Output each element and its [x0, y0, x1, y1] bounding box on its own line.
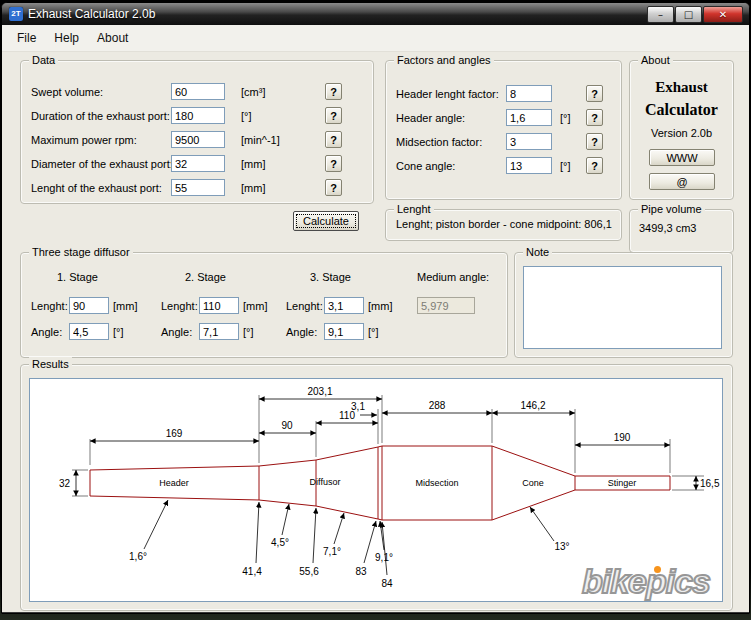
help-button[interactable]: ?	[325, 155, 342, 172]
window-controls: – □ ✕	[647, 6, 743, 23]
unit-label: [mm]	[368, 300, 392, 312]
length-label: Lenght:	[161, 300, 198, 312]
window-title: Exhaust Calculator 2.0b	[28, 7, 647, 21]
data-row: Swept volume: [cm³] ?	[29, 83, 365, 103]
section-label-cone: Cone	[522, 478, 544, 488]
swept-volume-input[interactable]	[171, 83, 225, 100]
results-canvas: 203,1 3,1 288 146,2 110 90 169 190 32 16…	[29, 378, 723, 602]
leader-84	[382, 522, 387, 575]
length-group-title: Lenght	[394, 202, 434, 216]
factor-row: Header lenght factor: ?	[394, 85, 613, 105]
dim-text-190: 190	[614, 432, 631, 443]
unit-label: [°]	[241, 110, 252, 122]
diffusor-group: Three stage diffusor 1. Stage 2. Stage 3…	[20, 252, 508, 358]
email-button[interactable]: @	[649, 173, 715, 190]
stage2-angle-input[interactable]	[199, 323, 239, 340]
exhaust-port-length-input[interactable]	[171, 179, 225, 196]
help-button[interactable]: ?	[586, 109, 603, 126]
data-row: Lenght of the exhaust port: [mm] ?	[29, 179, 365, 199]
header-length-factor-input[interactable]	[506, 85, 552, 102]
menu-help[interactable]: Help	[45, 28, 88, 48]
help-button[interactable]: ?	[586, 85, 603, 102]
results-group-title: Results	[29, 357, 72, 371]
dim-text-165: 16,5	[700, 478, 720, 489]
field-label: Header angle:	[396, 112, 465, 124]
stage3-header: 3. Stage	[310, 271, 351, 283]
angle-text-s1: 4,5°	[271, 537, 289, 548]
unit-label: [mm]	[113, 300, 137, 312]
titlebar[interactable]: 2T Exhaust Calculator 2.0b – □ ✕	[2, 3, 749, 25]
menu-file[interactable]: File	[8, 28, 45, 48]
leader-angle-header	[144, 500, 168, 549]
factor-row: Header angle: [°] ?	[394, 109, 613, 129]
stage2-length-input[interactable]	[199, 297, 239, 314]
header-angle-input[interactable]	[506, 109, 552, 126]
field-label: Diameter of the exhaust port:	[31, 158, 173, 170]
bikepics-watermark: bikepics	[582, 562, 710, 601]
maximize-button[interactable]: □	[675, 6, 702, 23]
about-app-name-line2: Calculator	[630, 101, 733, 119]
exhaust-duration-input[interactable]	[171, 107, 225, 124]
length-label: Lenght:	[31, 300, 68, 312]
factor-row: Midsection factor: ?	[394, 133, 613, 153]
dia-text-84: 84	[381, 578, 393, 589]
section-label-diffusor: Diffusor	[310, 477, 341, 487]
help-button[interactable]: ?	[586, 157, 603, 174]
factors-group: Factors and angles Header lenght factor:…	[385, 60, 622, 200]
help-button[interactable]: ?	[325, 83, 342, 100]
length-label: Lenght:	[286, 300, 323, 312]
exhaust-diameter-input[interactable]	[171, 155, 225, 172]
factors-group-title: Factors and angles	[394, 53, 494, 67]
client-area: Data Swept volume: [cm³] ? Duration of t…	[2, 52, 749, 612]
medium-angle-field	[417, 297, 475, 314]
menu-bar: File Help About	[2, 25, 749, 52]
unit-label: [cm³]	[241, 86, 265, 98]
data-row: Maximum power rpm: [min^-1] ?	[29, 131, 365, 151]
unit-label: [°]	[560, 160, 571, 172]
unit-label: [°]	[113, 326, 124, 338]
angle-text-s3: 9,1°	[375, 552, 393, 563]
note-group-title: Note	[523, 245, 552, 259]
dim-text-1462: 146,2	[520, 400, 545, 411]
section-label-stinger: Stinger	[608, 478, 637, 488]
stage1-angle-input[interactable]	[69, 323, 109, 340]
angle-label: Angle:	[286, 326, 317, 338]
stage3-length-input[interactable]	[324, 297, 364, 314]
dim-text-288: 288	[429, 400, 446, 411]
cone-angle-input[interactable]	[506, 157, 552, 174]
note-textarea[interactable]	[523, 266, 722, 349]
max-rpm-input[interactable]	[171, 131, 225, 148]
data-group-title: Data	[29, 53, 58, 67]
leader-angle-s1	[282, 504, 289, 535]
field-label: Midsection factor:	[396, 136, 482, 148]
field-label: Duration of the exhaust port:	[31, 110, 170, 122]
length-group: Lenght Lenght; piston border - cone midp…	[385, 209, 622, 241]
midsection-factor-input[interactable]	[506, 133, 552, 150]
desktop-background: 2T Exhaust Calculator 2.0b – □ ✕ File He…	[0, 0, 751, 620]
watermark-text: bikepics	[582, 562, 710, 600]
pipe-volume-group: Pipe volume 3499,3 cm3	[629, 209, 734, 253]
field-label: Lenght of the exhaust port:	[31, 182, 162, 194]
pipe-volume-group-title: Pipe volume	[638, 202, 705, 216]
calculate-button[interactable]: Calculate	[293, 211, 359, 231]
factor-row: Cone angle: [°] ?	[394, 157, 613, 177]
field-label: Maximum power rpm:	[31, 134, 137, 146]
section-label-midsection: Midsection	[415, 478, 458, 488]
leader-angle-cone	[530, 507, 554, 541]
stage1-length-input[interactable]	[69, 297, 109, 314]
minimize-button[interactable]: –	[647, 6, 674, 23]
menu-about[interactable]: About	[88, 28, 137, 48]
help-button[interactable]: ?	[325, 131, 342, 148]
data-row: Diameter of the exhaust port: [mm] ?	[29, 155, 365, 175]
unit-label: [mm]	[243, 300, 267, 312]
close-button[interactable]: ✕	[703, 6, 743, 23]
help-button[interactable]: ?	[325, 179, 342, 196]
pipe-bottom-edge	[90, 490, 670, 520]
app-icon: 2T	[9, 7, 23, 21]
medium-angle-header: Medium angle:	[417, 271, 489, 283]
help-button[interactable]: ?	[325, 107, 342, 124]
stage3-angle-input[interactable]	[324, 323, 364, 340]
field-label: Swept volume:	[31, 86, 103, 98]
help-button[interactable]: ?	[586, 133, 603, 150]
www-button[interactable]: WWW	[649, 149, 715, 166]
